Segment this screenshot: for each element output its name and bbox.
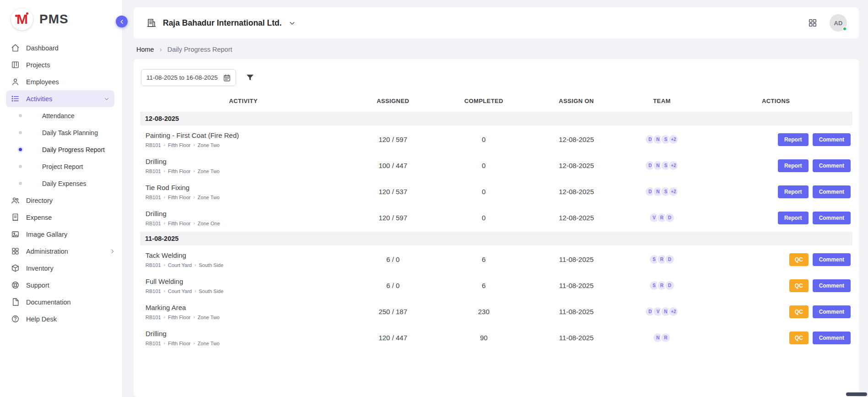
user-menu[interactable]: AD <box>830 14 847 32</box>
sidebar-item-label: Help Desk <box>26 315 116 323</box>
completed-cell: 0 <box>439 188 528 196</box>
report-table-body: 12-08-2025Painting - First Coat (Fire Re… <box>140 112 852 351</box>
report-button[interactable]: Report <box>778 185 809 198</box>
qc-button[interactable]: QC <box>789 305 809 318</box>
filter-funnel-icon[interactable] <box>245 73 255 82</box>
sidebar-item-directory[interactable]: Directory <box>0 192 122 209</box>
path-segment: Zone Two <box>198 195 220 200</box>
assigned-cell: 100 / 447 <box>347 162 439 169</box>
table-row: DrillingRB101›Fifth Floor›Zone Two100 / … <box>140 152 852 179</box>
sidebar-item-label: Dashboard <box>26 44 116 52</box>
assign-on-cell: 11-08-2025 <box>528 256 625 263</box>
team-overflow-badge: +2 <box>668 134 679 145</box>
column-header-assign-on: ASSIGN ON <box>528 98 625 104</box>
sidebar-item-employees[interactable]: Employees <box>0 73 122 90</box>
report-button[interactable]: Report <box>778 159 809 172</box>
assign-on-cell: 11-08-2025 <box>528 282 625 289</box>
comment-button[interactable]: Comment <box>813 159 851 172</box>
sidebar-item-administration[interactable]: Administration <box>0 243 122 260</box>
report-button[interactable]: Report <box>778 133 809 146</box>
team-overflow-badge: +2 <box>668 306 679 317</box>
activity-title: Full Welding <box>146 277 347 285</box>
sidebar-item-image-gallary[interactable]: Image Gallary <box>0 226 122 243</box>
assigned-cell: 120 / 597 <box>347 214 439 222</box>
helpdesk-icon <box>11 315 20 323</box>
filter-row: 11-08-2025 to 16-08-2025 <box>141 69 852 86</box>
comment-button[interactable]: Comment <box>813 212 851 224</box>
team-cell: DNS+2 <box>625 160 699 171</box>
activity-cell: DrillingRB101›Fifth Floor›Zone Two <box>140 330 347 346</box>
gallery-icon <box>11 230 20 239</box>
activity-cell: Full WeldingRB101›Court Yard›South Side <box>140 277 347 294</box>
sidebar-item-projects[interactable]: Projects <box>0 56 122 73</box>
activity-title: Drilling <box>146 158 347 165</box>
sidebar-item-support[interactable]: Support <box>0 277 122 294</box>
path-segment: Zone Two <box>198 142 220 148</box>
qc-button[interactable]: QC <box>789 253 809 266</box>
activity-path: RB101›Fifth Floor›Zone Two <box>146 341 347 346</box>
sidebar-item-inventory[interactable]: Inventory <box>0 260 122 277</box>
logo-dot-icon <box>26 12 28 15</box>
column-header-actions: ACTIONS <box>699 98 852 104</box>
comment-button[interactable]: Comment <box>813 133 851 146</box>
apps-grid-icon[interactable] <box>808 18 818 28</box>
sidebar-subitem-daily-expenses[interactable]: Daily Expenses <box>0 175 122 192</box>
activities-icon <box>11 94 20 103</box>
team-cell: DNS+2 <box>625 186 699 197</box>
sidebar-subitem-daily-progress-report[interactable]: Daily Progress Report <box>0 141 122 158</box>
expense-icon <box>11 213 20 222</box>
sidebar-item-expense[interactable]: Expense <box>0 209 122 226</box>
sidebar-item-label: Documentation <box>26 299 116 306</box>
path-segment: RB101 <box>146 195 161 200</box>
comment-button[interactable]: Comment <box>813 253 851 266</box>
directory-icon <box>11 196 20 205</box>
chevron-right-icon: › <box>160 45 162 53</box>
completed-cell: 0 <box>439 162 528 169</box>
assign-on-cell: 12-08-2025 <box>528 214 625 222</box>
chevron-down-icon <box>103 96 110 102</box>
sidebar-subitem-attendance[interactable]: Attendance <box>0 107 122 124</box>
actions-cell: ReportComment <box>699 159 852 172</box>
calendar-icon <box>223 74 231 82</box>
activity-path: RB101›Fifth Floor›Zone Two <box>146 169 347 174</box>
sidebar-item-help-desk[interactable]: Help Desk <box>0 310 122 327</box>
sidebar-item-activities[interactable]: Activities <box>6 90 114 107</box>
activity-path: RB101›Fifth Floor›Zone Two <box>146 315 347 320</box>
chevron-right-icon: › <box>194 341 195 346</box>
report-button[interactable]: Report <box>778 212 809 224</box>
comment-button[interactable]: Comment <box>813 185 851 198</box>
comment-button[interactable]: Comment <box>813 279 851 292</box>
comment-button[interactable]: Comment <box>813 332 851 344</box>
path-segment: Zone Two <box>198 169 220 174</box>
path-segment: RB101 <box>146 169 161 174</box>
breadcrumb-current: Daily Progress Report <box>167 46 232 53</box>
bullet-icon <box>19 148 22 151</box>
activity-title: Marking Area <box>146 304 347 311</box>
header-actions: AD <box>808 14 847 32</box>
breadcrumb-home[interactable]: Home <box>136 46 154 53</box>
assign-on-cell: 12-08-2025 <box>528 136 625 143</box>
horizontal-scrollbar-thumb[interactable] <box>846 392 867 396</box>
chevron-right-icon: › <box>164 262 165 267</box>
qc-button[interactable]: QC <box>789 279 809 292</box>
qc-button[interactable]: QC <box>789 332 809 344</box>
company-selector[interactable]: Raja Bahadur International Ltd. <box>146 18 296 28</box>
path-segment: Fifth Floor <box>168 169 191 174</box>
completed-cell: 230 <box>439 308 528 315</box>
table-row: Marking AreaRB101›Fifth Floor›Zone Two25… <box>140 299 852 325</box>
comment-button[interactable]: Comment <box>813 305 851 318</box>
sidebar-subitem-daily-task-planning[interactable]: Daily Task Planning <box>0 124 122 141</box>
sidebar-subitem-project-report[interactable]: Project Report <box>0 158 122 175</box>
chevron-right-icon <box>109 248 116 255</box>
top-header: Raja Bahadur International Ltd. AD <box>134 7 859 38</box>
assign-on-cell: 12-08-2025 <box>528 188 625 196</box>
team-cell: VRD <box>625 212 699 223</box>
sidebar-item-dashboard[interactable]: Dashboard <box>0 39 122 56</box>
date-range-input[interactable]: 11-08-2025 to 16-08-2025 <box>141 69 236 86</box>
sidebar-collapse-button[interactable] <box>116 16 128 27</box>
breadcrumb: Home › Daily Progress Report <box>136 45 857 53</box>
app-logo: M PMS <box>0 0 122 38</box>
sidebar-item-documentation[interactable]: Documentation <box>0 294 122 310</box>
chevron-right-icon: › <box>194 142 195 147</box>
activity-title: Drilling <box>146 330 347 337</box>
